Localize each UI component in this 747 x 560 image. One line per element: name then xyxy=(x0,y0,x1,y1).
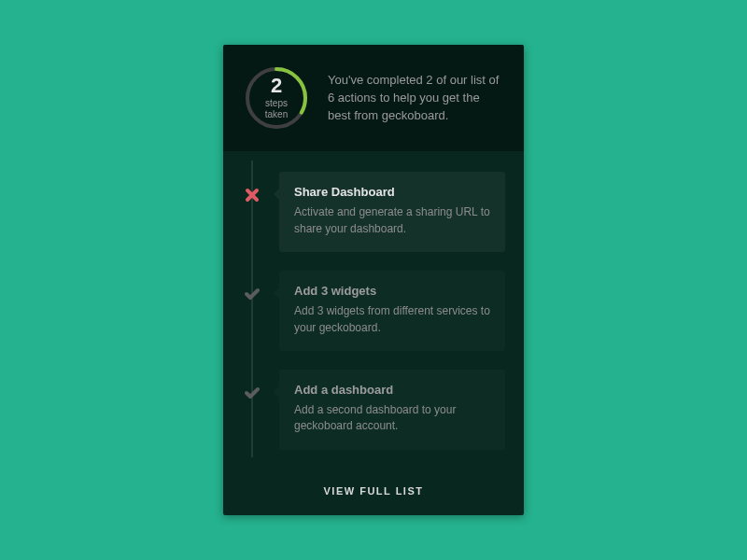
step-card[interactable]: Share Dashboard Activate and generate a … xyxy=(279,172,505,252)
check-icon xyxy=(242,284,262,304)
check-icon xyxy=(242,383,262,403)
step-item: Share Dashboard Activate and generate a … xyxy=(242,172,505,252)
ring-label: 2 steps taken xyxy=(244,65,309,131)
step-title: Add 3 widgets xyxy=(294,284,490,298)
step-title: Share Dashboard xyxy=(294,185,490,199)
step-item: Add 3 widgets Add 3 widgets from differe… xyxy=(242,271,505,351)
progress-ring: 2 steps taken xyxy=(244,65,309,131)
step-desc: Activate and generate a sharing URL to s… xyxy=(294,204,490,237)
summary-text: You've completed 2 of our list of 6 acti… xyxy=(328,72,501,125)
step-card[interactable]: Add a dashboard Add a second dashboard t… xyxy=(279,370,505,450)
step-title: Add a dashboard xyxy=(294,383,490,397)
step-card[interactable]: Add 3 widgets Add 3 widgets from differe… xyxy=(279,271,505,351)
ring-count: 2 xyxy=(271,76,282,96)
view-full-list-link[interactable]: VIEW FULL LIST xyxy=(324,485,424,497)
step-desc: Add 3 widgets from different services to… xyxy=(294,303,490,336)
onboarding-card: 2 steps taken You've completed 2 of our … xyxy=(223,45,524,514)
ring-sub: steps taken xyxy=(265,98,288,120)
card-footer: VIEW FULL LIST xyxy=(223,467,524,515)
steps-timeline: Share Dashboard Activate and generate a … xyxy=(223,151,524,466)
step-item: Add a dashboard Add a second dashboard t… xyxy=(242,370,505,450)
cross-icon xyxy=(242,185,262,205)
step-desc: Add a second dashboard to your geckoboar… xyxy=(294,402,490,435)
card-header: 2 steps taken You've completed 2 of our … xyxy=(223,45,524,151)
